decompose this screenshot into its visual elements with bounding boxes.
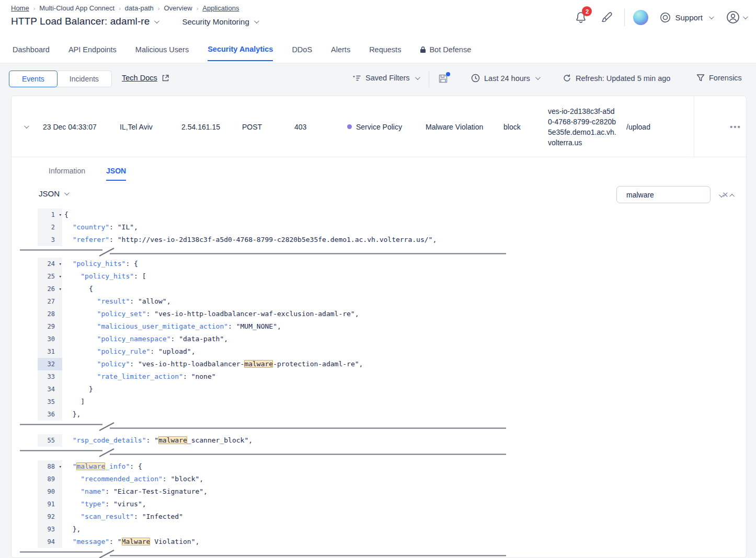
breadcrumb-item[interactable]: Home [11,4,29,12]
code-line: 94"message": "Malware Violation", [12,536,746,548]
breadcrumb-item[interactable]: Applications [202,4,239,12]
line-number: 32 [38,358,62,370]
fold-toggle-icon[interactable]: ▾ [59,258,62,270]
breadcrumb-item: Multi-Cloud App Connect [39,4,114,12]
event-source-ip: 2.54.161.15 [181,96,220,157]
code-line: 90"name": "Eicar-Test-Signature", [12,485,746,498]
fold-toggle-icon[interactable]: ▾ [59,283,62,295]
tab-api-endpoints[interactable]: API Endpoints [68,45,117,61]
code-line: 55"rsp_code_details": "malware_scanner_b… [12,434,746,447]
refresh-icon [563,74,571,83]
detail-tab-json[interactable]: JSON [106,167,126,181]
page-title: HTTP Load Balancer: adaml-re [11,16,150,27]
code-line: 36}, [12,408,746,421]
time-range-chevron-icon [535,75,541,80]
code-line: 29"malicious_user_mitigate_action": "MUM… [12,320,746,333]
support-chevron-icon [709,14,714,19]
tab-malicious-users[interactable]: Malicious Users [135,45,189,61]
code-line: 26▾{ [12,283,746,295]
line-number: 3 [38,234,62,246]
detail-tab-information[interactable]: Information [49,167,85,181]
search-match-highlight: malware [244,360,273,368]
line-number: 34 [38,383,62,396]
json-search-input[interactable] [626,191,721,199]
line-number: 88▾ [38,460,62,473]
collapsed-lines-separator[interactable] [12,447,746,460]
event-location: IL,Tel Aviv [120,96,153,157]
event-type: Service Policy [347,96,402,157]
breadcrumb-separator: › [119,5,121,11]
format-select-chevron-icon [64,190,70,195]
line-number: 92 [38,510,62,523]
line-number: 89 [38,473,62,485]
customize-button[interactable] [598,8,616,26]
collapsed-lines-separator[interactable] [12,548,746,558]
notifications-button[interactable]: 2 [572,8,590,26]
breadcrumb-item: Overview [164,4,192,12]
save-filter-button[interactable] [438,74,448,84]
account-icon [726,10,740,24]
event-violation: Malware Violation [426,96,483,157]
incidents-toggle-button[interactable]: Incidents [57,71,111,87]
collapsed-lines-separator[interactable] [12,421,746,434]
code-line: 32"policy": "ves-io-http-loadbalancer-ma… [12,358,746,370]
breadcrumb-separator: › [33,5,36,11]
event-table-row[interactable]: 23 Dec 04:33:07 IL,Tel Aviv 2.54.161.15 … [12,96,746,157]
code-line: 27"result": "allow", [12,295,746,308]
fold-toggle-icon[interactable]: ▾ [59,208,62,221]
subnav-chevron-icon[interactable] [254,18,259,24]
json-format-select[interactable]: JSON [39,189,68,198]
security-monitoring-select[interactable]: Security Monitoring [182,17,249,26]
line-number: 27 [38,295,62,308]
line-number: 30 [38,333,62,345]
code-line: 88▾"malware_info": { [12,460,746,473]
funnel-icon [696,74,705,82]
search-prev-match-button[interactable] [731,190,735,200]
search-next-match-button[interactable] [719,190,723,200]
support-label: Support [675,13,703,22]
tab-ddos[interactable]: DDoS [292,45,312,61]
line-number: 55 [38,434,62,447]
code-line: 28"policy_set": "ves-io-http-loadbalance… [12,308,746,320]
code-line: 89"recommended_action": "block", [12,473,746,485]
json-search-box[interactable]: ✕ [616,186,711,203]
event-path: /upload [626,96,650,157]
refresh-label: Refresh: Updated 5 min ago [576,74,670,83]
time-range-dropdown[interactable]: Last 24 hours [471,74,539,83]
code-line: 3"referer": "http://ves-io-2d138c3f-a5d0… [12,234,746,246]
tab-alerts[interactable]: Alerts [331,45,350,61]
tab-bot-defense[interactable]: Bot Defense [420,45,471,61]
fold-toggle-icon[interactable]: ▾ [59,270,62,283]
account-menu[interactable] [726,10,747,24]
support-menu[interactable]: Support [660,12,713,23]
detail-tabs: InformationJSON [49,167,126,181]
line-number: 93 [38,523,62,536]
tab-requests[interactable]: Requests [369,45,401,61]
title-dropdown-chevron-icon[interactable] [154,18,159,24]
code-line: 31"policy_rule": "upload", [12,345,746,358]
service-policy-dot-icon [347,124,352,129]
code-line: 34} [12,383,746,396]
tab-security-analytics[interactable]: Security Analytics [208,45,273,61]
refresh-button[interactable]: Refresh: Updated 5 min ago [563,74,670,83]
row-actions-menu[interactable]: ••• [730,96,741,157]
collapsed-lines-separator[interactable] [12,246,746,258]
line-number: 90 [38,485,62,498]
json-code-view: 1▾{2"country": "IL",3"referer": "http://… [12,208,746,558]
row-expand-chevron[interactable] [24,96,28,157]
fold-toggle-icon[interactable]: ▾ [59,460,62,473]
code-line: 92"scan_result": "Infected" [12,510,746,523]
tech-docs-link[interactable]: Tech Docs [122,74,169,82]
line-number: 33 [38,370,62,383]
saved-filters-dropdown[interactable]: Saved Filters [352,74,419,82]
event-action: block [503,96,521,157]
line-number: 31 [38,345,62,358]
line-number: 28 [38,308,62,320]
line-number: 2 [38,221,62,234]
breadcrumb: Home›Multi-Cloud App Connect›data-path›O… [11,4,239,12]
forensics-button[interactable]: Forensics [696,74,742,82]
tab-dashboard[interactable]: Dashboard [13,45,50,61]
events-toggle-button[interactable]: Events [9,71,58,87]
ai-assistant-icon[interactable] [633,10,648,25]
code-line: 2"country": "IL", [12,221,746,234]
